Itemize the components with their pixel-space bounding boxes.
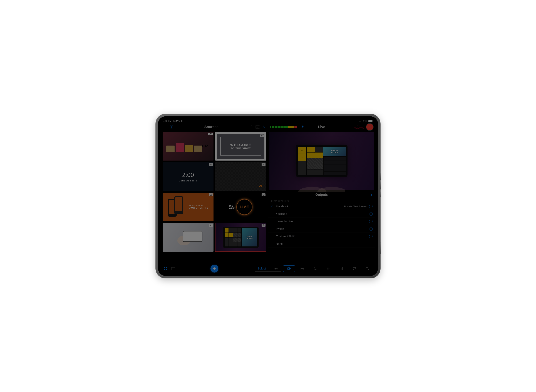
add-output-button[interactable]: + [370, 192, 373, 197]
svg-rect-5 [302, 126, 303, 127]
timecode-value: 00:00:00 [354, 126, 364, 129]
info-icon: i [170, 125, 173, 129]
tile-2-text-badge [260, 135, 264, 137]
layout-icon [171, 267, 175, 270]
waveform-icon [326, 267, 330, 271]
share-button[interactable] [261, 125, 266, 130]
hardware-edge [380, 242, 381, 254]
output-row-youtube[interactable]: YouTube › [268, 210, 375, 218]
svg-point-11 [368, 269, 369, 270]
tile-4-knot-icon [258, 183, 263, 188]
tab-controls[interactable] [309, 265, 321, 272]
layers-icon [263, 163, 265, 166]
outputs-title: Outputs [315, 193, 328, 197]
add-source-button[interactable]: + [211, 265, 218, 272]
tile-4-layers-badge [262, 163, 265, 166]
live-tab-bar [268, 264, 375, 273]
tab-inputs[interactable] [270, 265, 282, 272]
source-tile-8[interactable]: VISIONSERIES [215, 223, 266, 252]
output-row-none[interactable]: None [268, 240, 375, 248]
chevron-right-icon: › [369, 227, 373, 231]
battery-icon [368, 120, 373, 122]
source-tile-4[interactable] [215, 162, 266, 191]
source-tile-6[interactable]: WE ARE LIVE [215, 193, 266, 221]
screen: 4:33 PM Fri May 15 83% [161, 119, 375, 273]
side-button[interactable] [380, 192, 381, 197]
tile-6-are: ARE [229, 207, 235, 210]
camera-button[interactable] [249, 125, 254, 130]
tab-audio[interactable] [322, 265, 334, 272]
checkmark-icon: ✓ [271, 205, 273, 208]
home-indicator[interactable] [255, 271, 281, 272]
chat-icon [352, 267, 356, 271]
chevron-right-icon: › [369, 235, 373, 238]
tab-outputs[interactable] [283, 265, 295, 272]
text-icon [261, 135, 263, 137]
live-header: Live REC 00:00:00 [268, 123, 375, 131]
ipad-device-frame: 4:33 PM Fri May 15 83% [155, 114, 381, 278]
tile-5-image-badge [209, 193, 213, 196]
output-row-facebook[interactable]: ✓ Facebook Private Test Stream › [268, 203, 375, 210]
plus-icon: + [213, 266, 216, 271]
grid-view-button[interactable] [163, 266, 168, 271]
chevron-right-icon: › [369, 205, 373, 208]
status-bar: 4:33 PM Fri May 15 83% [161, 119, 375, 123]
volume-up-button[interactable] [380, 173, 381, 180]
sources-header: i Sources AF [161, 123, 268, 131]
sources-title: Sources [175, 125, 247, 129]
tile-8-vision: VISIONSERIES [242, 228, 257, 247]
autofocus-toggle[interactable]: AF [255, 125, 260, 129]
record-button[interactable] [366, 124, 373, 130]
output-name: Facebook [276, 205, 288, 208]
select-button[interactable]: Select [258, 267, 266, 270]
tile-3-time: 2:00 [182, 172, 194, 178]
outputs-header: Outputs + [268, 191, 375, 198]
tile-6-live: LIVE [236, 199, 253, 215]
output-name: LinkedIn Live [276, 220, 293, 223]
videocam-icon [274, 267, 278, 271]
output-row-twitch[interactable]: Twitch › [268, 225, 375, 233]
tile-5-line1: WHAT'S NEW IN [189, 205, 208, 206]
battery-percent: 83% [363, 120, 367, 122]
image-icon [263, 194, 265, 196]
output-status: Private Test Stream [344, 205, 367, 208]
source-tile-2[interactable]: WELCOME TO THE SHOW [215, 132, 266, 161]
output-name: None [276, 242, 283, 246]
sliders-icon [313, 267, 317, 271]
status-date: Fri May 15 [173, 120, 183, 122]
tab-chat[interactable] [348, 265, 360, 272]
svg-point-8 [314, 267, 315, 268]
output-row-linkedin[interactable]: LinkedIn Live › [268, 218, 375, 225]
image-icon [210, 163, 212, 166]
tab-display[interactable] [296, 265, 308, 272]
tab-levels[interactable] [335, 265, 347, 272]
outputs-panel: Outputs + BROADCASTING ✓ Facebook Privat… [268, 191, 375, 264]
tile-3-image-badge [209, 163, 213, 166]
tile-1-badge-num: 1 [208, 133, 210, 135]
source-tile-5[interactable]: WHAT'S NEW IN SWITCHER 4.3 [163, 193, 213, 221]
output-name: Twitch [276, 227, 284, 231]
tile-7-video-badge [209, 224, 213, 227]
menu-button[interactable] [163, 125, 168, 130]
status-time: 4:33 PM [163, 120, 171, 122]
videocam-icon [210, 133, 212, 135]
sources-grid: LOVE 1 WELCOME TO THE SHOW [161, 131, 268, 264]
tile-2-line1: WELCOME [230, 143, 251, 147]
svg-rect-10 [366, 267, 368, 269]
tile-6-image-badge [262, 193, 265, 196]
preview-vision-label: VISIONSERIES [323, 147, 346, 156]
layout-view-button[interactable] [171, 266, 176, 271]
tab-screen-share[interactable] [362, 265, 373, 272]
mic-button[interactable] [301, 125, 304, 129]
play-icon [210, 224, 212, 226]
hamburger-icon [164, 126, 167, 128]
audio-vu-meter [270, 126, 297, 128]
program-preview[interactable]: AA VISIONSERIES [269, 132, 374, 190]
source-tile-1[interactable]: LOVE 1 [163, 132, 213, 161]
volume-down-button[interactable] [380, 182, 381, 190]
info-button[interactable]: i [169, 125, 174, 130]
source-tile-7[interactable] [163, 223, 213, 252]
source-tile-3[interactable]: 2:00 UNTIL WE BEGIN [163, 162, 213, 191]
share-icon [262, 125, 265, 129]
output-row-custom-rtmp[interactable]: Custom RTMP › [268, 233, 375, 240]
